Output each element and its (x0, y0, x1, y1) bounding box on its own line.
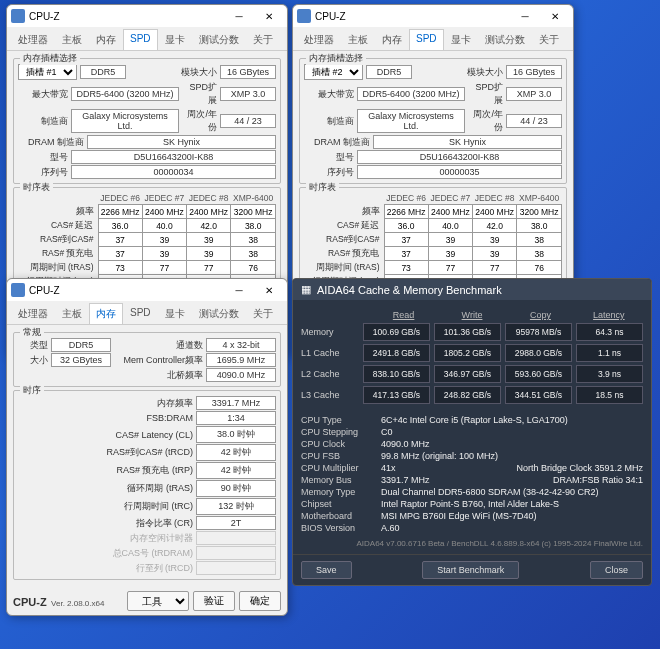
titlebar[interactable]: CPU-Z ─ ✕ (293, 5, 573, 27)
tab-3[interactable]: SPD (409, 29, 444, 50)
verify-button[interactable]: 验证 (193, 591, 235, 611)
close-button[interactable]: Close (590, 561, 643, 579)
tab-3[interactable]: SPD (123, 303, 158, 324)
tab-4[interactable]: 显卡 (158, 29, 192, 50)
close-button[interactable]: ✕ (541, 7, 569, 25)
close-button[interactable]: ✕ (255, 281, 283, 299)
tab-6[interactable]: 关于 (246, 29, 280, 50)
tab-6[interactable]: 关于 (532, 29, 566, 50)
ok-button[interactable]: 确定 (239, 591, 281, 611)
memory-icon: ▦ (301, 283, 311, 296)
tab-0[interactable]: 处理器 (11, 29, 55, 50)
tools-button[interactable]: 工具 (127, 591, 189, 611)
close-button[interactable]: ✕ (255, 7, 283, 25)
window-title: CPU-Z (29, 11, 225, 22)
tab-0[interactable]: 处理器 (11, 303, 55, 324)
window-title: CPU-Z (29, 285, 225, 296)
minimize-button[interactable]: ─ (225, 7, 253, 25)
aida64-window: ▦ AIDA64 Cache & Memory Benchmark Read W… (292, 278, 652, 586)
tab-5[interactable]: 测试分数 (478, 29, 532, 50)
minimize-button[interactable]: ─ (225, 281, 253, 299)
tabs-spd: 处理器主板内存SPD显卡测试分数关于 (7, 27, 287, 51)
tab-4[interactable]: 显卡 (158, 303, 192, 324)
tab-6[interactable]: 关于 (246, 303, 280, 324)
app-icon (11, 9, 25, 23)
tab-5[interactable]: 测试分数 (192, 29, 246, 50)
titlebar[interactable]: CPU-Z ─ ✕ (7, 279, 287, 301)
tabs-mem: 处理器主板内存SPD显卡测试分数关于 (7, 301, 287, 325)
start-benchmark-button[interactable]: Start Benchmark (422, 561, 519, 579)
save-button[interactable]: Save (301, 561, 352, 579)
slot-select[interactable]: 插槽 #1 (18, 64, 77, 80)
minimize-button[interactable]: ─ (511, 7, 539, 25)
tab-2[interactable]: 内存 (375, 29, 409, 50)
tab-1[interactable]: 主板 (55, 29, 89, 50)
titlebar[interactable]: CPU-Z ─ ✕ (7, 5, 287, 27)
tab-1[interactable]: 主板 (341, 29, 375, 50)
tab-3[interactable]: SPD (123, 29, 158, 50)
tab-0[interactable]: 处理器 (297, 29, 341, 50)
aida-titlebar[interactable]: ▦ AIDA64 Cache & Memory Benchmark (293, 279, 651, 300)
aida-cols: Read Write Copy Latency (301, 310, 643, 320)
aida-footer: AIDA64 v7.00.6716 Beta / BenchDLL 4.6.88… (301, 539, 643, 548)
aida-rows: Memory100.69 GB/s101.36 GB/s95978 MB/s64… (301, 323, 643, 404)
tab-2[interactable]: 内存 (89, 29, 123, 50)
app-icon (297, 9, 311, 23)
cpuz-memory: CPU-Z ─ ✕ 处理器主板内存SPD显卡测试分数关于 常规 类型 DDR5 … (6, 278, 288, 616)
aida-info: CPU Type6C+4c Intel Core i5 (Raptor Lake… (301, 415, 643, 533)
window-title: CPU-Z (315, 11, 511, 22)
tab-2[interactable]: 内存 (89, 303, 123, 324)
tabs-spd2: 处理器主板内存SPD显卡测试分数关于 (293, 27, 573, 51)
tab-1[interactable]: 主板 (55, 303, 89, 324)
tab-5[interactable]: 测试分数 (192, 303, 246, 324)
app-icon (11, 283, 25, 297)
slot-select[interactable]: 插槽 #2 (304, 64, 363, 80)
tab-4[interactable]: 显卡 (444, 29, 478, 50)
